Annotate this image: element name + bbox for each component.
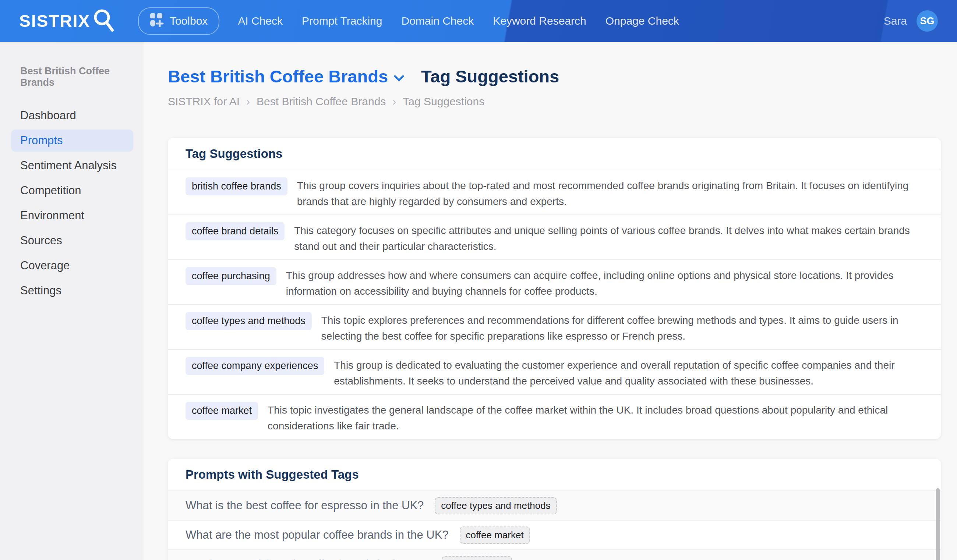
tag-description: This topic investigates the general land…: [268, 400, 925, 434]
suggested-tag-chip[interactable]: coffee market: [460, 527, 530, 544]
tag-pill: coffee purchasing: [185, 267, 276, 285]
tag-suggestion-row: coffee company experiences This group is…: [168, 350, 941, 395]
suggested-tag-chip[interactable]: coffee market: [442, 556, 512, 560]
breadcrumb-item[interactable]: Best British Coffee Brands: [257, 95, 386, 108]
toolbox-label: Toolbox: [170, 15, 208, 27]
top-nav-item[interactable]: Prompt Tracking: [302, 15, 382, 27]
user-area: Sara SG: [884, 10, 938, 32]
sidebar-item[interactable]: Coverage: [11, 255, 133, 277]
sidebar: Best British Coffee Brands Dashboard Pro…: [0, 42, 144, 560]
top-nav-item[interactable]: Domain Check: [401, 15, 474, 27]
top-nav-item[interactable]: Keyword Research: [493, 15, 586, 27]
toolbox-button[interactable]: Toolbox: [138, 7, 220, 35]
tag-suggestions-card: Tag Suggestions british coffee brands Th…: [168, 138, 941, 439]
breadcrumb-item[interactable]: Tag Suggestions: [403, 95, 485, 108]
sidebar-item[interactable]: Competition: [11, 180, 133, 202]
title-row: Best British Coffee Brands Tag Suggestio…: [168, 66, 941, 87]
prompts-card-title: Prompts with Suggested Tags: [185, 468, 359, 481]
avatar-initials: SG: [920, 16, 934, 27]
tag-suggestions-list: british coffee brands This group covers …: [168, 170, 941, 439]
breadcrumb-item[interactable]: SISTRIX for AI: [168, 95, 240, 108]
suggested-tag-chip[interactable]: coffee types and methods: [435, 497, 556, 514]
sidebar-item[interactable]: Dashboard: [11, 104, 133, 126]
sidebar-item[interactable]: Sources: [11, 230, 133, 252]
prompt-text: Are there any fair trade coffee brands i…: [185, 558, 431, 560]
tag-pill: british coffee brands: [185, 177, 287, 196]
tag-description: This group covers inquiries about the to…: [297, 175, 925, 209]
tag-suggestion-row: coffee types and methods This topic expl…: [168, 305, 941, 350]
prompts-scrollbar[interactable]: [936, 488, 940, 560]
top-nav-item[interactable]: AI Check: [238, 15, 283, 27]
tag-pill: coffee brand details: [185, 222, 284, 240]
user-name[interactable]: Sara: [884, 15, 907, 27]
sidebar-navigation: Dashboard Prompts Sentiment Analysis Com…: [0, 103, 144, 303]
prompt-row: What is the best coffee for espresso in …: [168, 491, 941, 521]
sidebar-item[interactable]: Settings: [11, 280, 133, 302]
sidebar-item[interactable]: Prompts: [11, 129, 133, 151]
tag-pill: coffee market: [185, 402, 258, 420]
page-title: Tag Suggestions: [421, 66, 559, 87]
logo-text: SISTRIX: [19, 11, 90, 31]
top-nav-item[interactable]: Onpage Check: [605, 15, 679, 27]
breadcrumb-separator: ›: [246, 95, 250, 108]
breadcrumb: SISTRIX for AI › Best British Coffee Bra…: [168, 95, 941, 108]
sidebar-item[interactable]: Sentiment Analysis: [11, 155, 133, 177]
breadcrumb-item-wrap: Tag Suggestions ›: [403, 95, 485, 108]
chevron-down-icon[interactable]: [394, 75, 404, 83]
tag-pill: coffee types and methods: [185, 312, 312, 330]
main-content: Best British Coffee Brands Tag Suggestio…: [144, 42, 957, 560]
prompts-card: Prompts with Suggested Tags What is the …: [168, 459, 941, 560]
sidebar-project-heading: Best British Coffee Brands: [0, 66, 144, 88]
project-title-dropdown[interactable]: Best British Coffee Brands: [168, 66, 388, 87]
prompt-text: What are the most popular coffee brands …: [185, 528, 448, 542]
breadcrumb-item-wrap: Best British Coffee Brands ›: [257, 95, 403, 108]
tag-pill: coffee company experiences: [185, 357, 324, 375]
user-avatar[interactable]: SG: [916, 10, 938, 32]
breadcrumb-separator: ›: [392, 95, 396, 108]
tag-suggestions-card-title: Tag Suggestions: [185, 147, 282, 161]
tag-suggestion-row: british coffee brands This group covers …: [168, 170, 941, 215]
tag-suggestion-row: coffee purchasing This group addresses h…: [168, 260, 941, 305]
prompt-row: What are the most popular coffee brands …: [168, 521, 941, 550]
prompts-list: What is the best coffee for espresso in …: [168, 491, 941, 560]
breadcrumb-item-wrap: SISTRIX for AI ›: [168, 95, 257, 108]
tag-suggestion-row: coffee brand details This category focus…: [168, 215, 941, 260]
prompt-row: Are there any fair trade coffee brands i…: [168, 550, 941, 560]
sistrix-logo[interactable]: SISTRIX: [19, 6, 115, 36]
tag-suggestion-row: coffee market This topic investigates th…: [168, 395, 941, 439]
top-bar: SISTRIX Toolbox AI Check Prompt Tracking…: [0, 0, 957, 42]
tag-description: This category focuses on specific attrib…: [294, 221, 925, 254]
prompts-card-header: Prompts with Suggested Tags: [168, 459, 941, 491]
tag-description: This group is dedicated to evaluating th…: [334, 355, 925, 389]
toolbox-grid-icon: [150, 13, 164, 30]
magnifier-icon: [92, 8, 115, 36]
sidebar-item[interactable]: Environment: [11, 205, 133, 227]
tag-suggestions-card-header: Tag Suggestions: [168, 138, 941, 170]
prompt-text: What is the best coffee for espresso in …: [185, 499, 424, 512]
tag-description: This topic explores preferences and reco…: [321, 310, 925, 344]
tag-description: This group addresses how and where consu…: [286, 265, 925, 299]
top-navigation: AI Check Prompt Tracking Domain Check Ke…: [238, 15, 679, 27]
